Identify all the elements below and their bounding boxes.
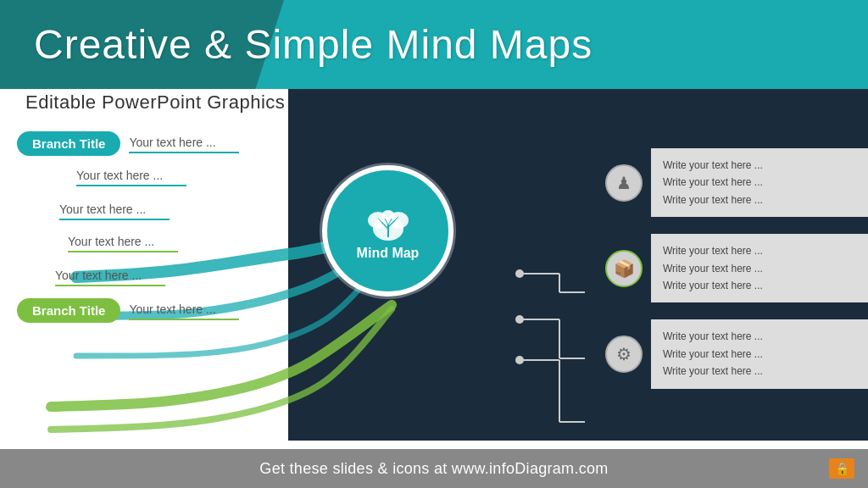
left-row-3: Your text here ... — [34, 200, 239, 225]
left-text-6: Your text here ... — [129, 300, 239, 320]
left-text-1: Your text here ... — [129, 133, 239, 153]
left-row-2: Your text here ... — [51, 166, 239, 191]
right-text-2-line1: Write your text here ... — [663, 242, 856, 259]
footer-text: Get these slides & icons at www.infoDiag… — [259, 460, 608, 478]
footer-bar: Get these slides & icons at www.infoDiag… — [0, 449, 868, 488]
branch-title-green: Branch Title — [17, 298, 120, 323]
left-text-4: Your text here ... — [68, 232, 178, 252]
box-icon: 📦 — [614, 258, 635, 279]
right-text-2-line2: Write your text here ... — [663, 260, 856, 277]
right-text-3-line1: Write your text here ... — [663, 328, 856, 345]
right-text-box-2: Write your text here ... Write your text… — [651, 234, 868, 302]
mind-map-label: Mind Map — [357, 246, 420, 261]
header-banner: Creative & Simple Mind Maps — [0, 0, 868, 89]
left-text-2: Your text here ... — [76, 166, 186, 186]
right-item-2: 📦 Write your text here ... Write your te… — [605, 234, 868, 302]
right-text-1-line3: Write your text here ... — [663, 191, 856, 208]
chess-icon: ♟ — [616, 173, 632, 193]
right-text-3-line2: Write your text here ... — [663, 346, 856, 363]
right-text-2-line3: Write your text here ... — [663, 277, 856, 294]
mind-map-center: Mind Map — [322, 165, 453, 297]
page-title: Creative & Simple Mind Maps — [34, 21, 593, 68]
right-icon-1: ♟ — [605, 164, 643, 202]
left-row-6: Branch Title Your text here ... — [17, 298, 239, 326]
right-items: ♟ Write your text here ... Write your te… — [605, 148, 868, 389]
right-text-3-line3: Write your text here ... — [663, 363, 856, 380]
right-text-1-line2: Write your text here ... — [663, 174, 856, 191]
left-text-5: Your text here ... — [55, 266, 165, 286]
subtitle: Editable PowerPoint Graphics — [25, 92, 285, 114]
gear-icon: ⚙ — [616, 344, 632, 364]
left-items: Branch Title Your text here ... Your tex… — [17, 131, 239, 333]
branch-title-blue: Branch Title — [17, 131, 120, 156]
left-row-1: Branch Title Your text here ... — [17, 131, 239, 159]
lock-icon: 🔒 — [835, 462, 849, 475]
left-text-3: Your text here ... — [59, 200, 170, 220]
right-text-box-3: Write your text here ... Write your text… — [651, 319, 868, 388]
right-icon-3: ⚙ — [605, 336, 643, 373]
right-text-1-line1: Write your text here ... — [663, 157, 856, 174]
right-item-1: ♟ Write your text here ... Write your te… — [605, 148, 868, 217]
right-text-box-1: Write your text here ... Write your text… — [651, 148, 868, 217]
left-row-5: Your text here ... — [30, 266, 239, 291]
right-item-3: ⚙ Write your text here ... Write your te… — [605, 319, 868, 388]
right-icon-2: 📦 — [605, 250, 643, 287]
footer-icon: 🔒 — [829, 458, 854, 479]
left-row-4: Your text here ... — [42, 232, 239, 258]
